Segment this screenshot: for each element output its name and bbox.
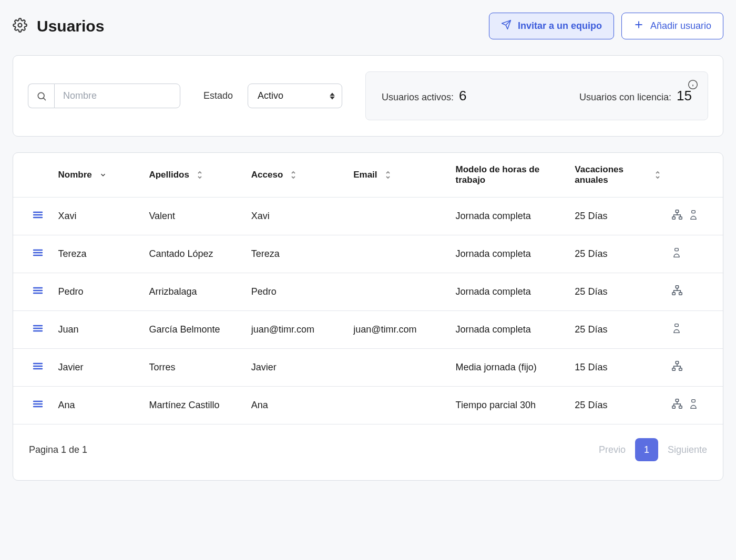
cell-lastname: Valent xyxy=(144,198,246,235)
col-access-header: Acceso xyxy=(251,170,283,180)
cell-model: Tiempo parcial 30h xyxy=(451,387,570,424)
pager: Previo 1 Siguiente xyxy=(599,438,707,461)
page-title: Usuarios xyxy=(37,17,104,35)
cell-email xyxy=(348,198,450,235)
sort-vacation-icon[interactable] xyxy=(655,170,661,180)
search-input[interactable] xyxy=(54,84,180,108)
drag-handle-icon[interactable] xyxy=(33,286,43,295)
active-users-label: Usuarios activos: xyxy=(382,92,454,103)
page-header: Usuarios Invitar a un equipo Añadir usua… xyxy=(13,13,723,39)
org-chart-icon[interactable] xyxy=(671,360,683,375)
cell-email xyxy=(348,235,450,273)
svg-point-0 xyxy=(18,23,22,27)
invite-team-button[interactable]: Invitar a un equipo xyxy=(489,13,614,39)
sort-access-icon[interactable] xyxy=(290,170,297,180)
table-row[interactable]: PedroArrizbalagaPedroJornada completa25 … xyxy=(13,273,723,311)
org-chart-icon[interactable] xyxy=(671,285,683,299)
pager-next[interactable]: Siguiente xyxy=(668,444,707,455)
send-icon xyxy=(501,19,512,33)
cell-name: Ana xyxy=(53,387,144,424)
svg-point-3 xyxy=(38,92,44,99)
cell-vacation: 25 Días xyxy=(569,235,666,273)
users-table: Nombre Apellidos xyxy=(13,153,723,424)
table-row[interactable]: XaviValentXaviJornada completa25 Días xyxy=(13,198,723,235)
cell-vacation: 25 Días xyxy=(569,387,666,424)
cell-lastname: Martínez Castillo xyxy=(144,387,246,424)
invite-team-label: Invitar a un equipo xyxy=(518,20,602,32)
cell-access: Xavi xyxy=(246,198,348,235)
org-chart-icon[interactable] xyxy=(671,209,683,223)
cell-vacation: 25 Días xyxy=(569,273,666,311)
info-icon[interactable] xyxy=(688,79,698,92)
org-chart-icon[interactable] xyxy=(671,398,683,412)
cell-lastname: Arrizbalaga xyxy=(144,273,246,311)
table-row[interactable]: TerezaCantado LópezTerezaJornada complet… xyxy=(13,235,723,273)
svg-rect-18 xyxy=(692,211,696,213)
table-row[interactable]: AnaMartínez CastilloAnaTiempo parcial 30… xyxy=(13,387,723,424)
cell-model: Jornada completa xyxy=(451,273,570,311)
cell-model: Media jornada (fijo) xyxy=(451,349,570,387)
cell-name: Tereza xyxy=(53,235,144,273)
add-user-button[interactable]: Añadir usuario xyxy=(621,13,723,39)
cell-email xyxy=(348,273,450,311)
gear-icon xyxy=(13,18,27,35)
pager-prev[interactable]: Previo xyxy=(599,444,626,455)
cell-email xyxy=(348,349,450,387)
col-model-header: Modelo de horas de trabajo xyxy=(456,164,540,185)
cell-lastname: Cantado López xyxy=(144,235,246,273)
cell-model: Jornada completa xyxy=(451,198,570,235)
user-badge-icon[interactable] xyxy=(688,209,699,223)
col-lastname-header: Apellidos xyxy=(149,170,189,180)
cell-access: Tereza xyxy=(246,235,348,273)
search-icon xyxy=(28,84,54,108)
search-group xyxy=(28,84,180,108)
cell-vacation: 15 Días xyxy=(569,349,666,387)
drag-handle-icon[interactable] xyxy=(33,211,43,219)
col-email-header: Email xyxy=(353,170,377,180)
drag-handle-icon[interactable] xyxy=(33,324,43,333)
add-user-label: Añadir usuario xyxy=(650,20,711,32)
cell-lastname: García Belmonte xyxy=(144,311,246,349)
state-filter-group: Estado Activo xyxy=(203,84,342,108)
svg-rect-23 xyxy=(675,248,679,251)
stats-box: Usuarios activos: 6 Usuarios con licenci… xyxy=(365,71,708,120)
state-label: Estado xyxy=(203,90,233,101)
table-row[interactable]: JavierTorresJavierMedia jornada (fijo)15… xyxy=(13,349,723,387)
svg-rect-60 xyxy=(692,400,696,402)
drag-handle-icon[interactable] xyxy=(33,248,43,257)
cell-email xyxy=(348,387,450,424)
cell-access: Ana xyxy=(246,387,348,424)
page-info: Pagina 1 de 1 xyxy=(29,444,87,455)
cell-name: Juan xyxy=(53,311,144,349)
sort-name-icon[interactable] xyxy=(99,171,107,179)
user-badge-icon[interactable] xyxy=(688,398,699,412)
sort-email-icon[interactable] xyxy=(385,170,391,180)
cell-model: Jornada completa xyxy=(451,235,570,273)
cell-access: Pedro xyxy=(246,273,348,311)
active-users-stat: Usuarios activos: 6 xyxy=(382,88,467,104)
sort-lastname-icon[interactable] xyxy=(197,170,203,180)
user-badge-icon[interactable] xyxy=(671,247,682,261)
cell-access: Javier xyxy=(246,349,348,387)
cell-name: Pedro xyxy=(53,273,144,311)
col-vacation-header: Vacaciones anuales xyxy=(575,164,647,185)
drag-handle-icon[interactable] xyxy=(33,400,43,408)
cell-model: Jornada completa xyxy=(451,311,570,349)
state-select[interactable]: Activo xyxy=(248,84,342,108)
cell-name: Xavi xyxy=(53,198,144,235)
cell-email: juan@timr.com xyxy=(348,311,450,349)
svg-rect-38 xyxy=(675,324,679,327)
cell-vacation: 25 Días xyxy=(569,198,666,235)
licensed-users-stat: Usuarios con licencia: 15 xyxy=(579,88,692,104)
pager-current[interactable]: 1 xyxy=(635,438,658,461)
cell-access: juan@timr.com xyxy=(246,311,348,349)
active-users-count: 6 xyxy=(459,88,466,104)
licensed-users-label: Usuarios con licencia: xyxy=(579,92,671,103)
user-badge-icon[interactable] xyxy=(671,323,682,337)
drag-handle-icon[interactable] xyxy=(33,362,43,370)
filter-panel: Estado Activo Usuarios activos: 6 Usuari… xyxy=(13,55,723,137)
cell-name: Javier xyxy=(53,349,144,387)
users-table-panel: Nombre Apellidos xyxy=(13,152,723,481)
cell-lastname: Torres xyxy=(144,349,246,387)
table-row[interactable]: JuanGarcía Belmontejuan@timr.comjuan@tim… xyxy=(13,311,723,349)
